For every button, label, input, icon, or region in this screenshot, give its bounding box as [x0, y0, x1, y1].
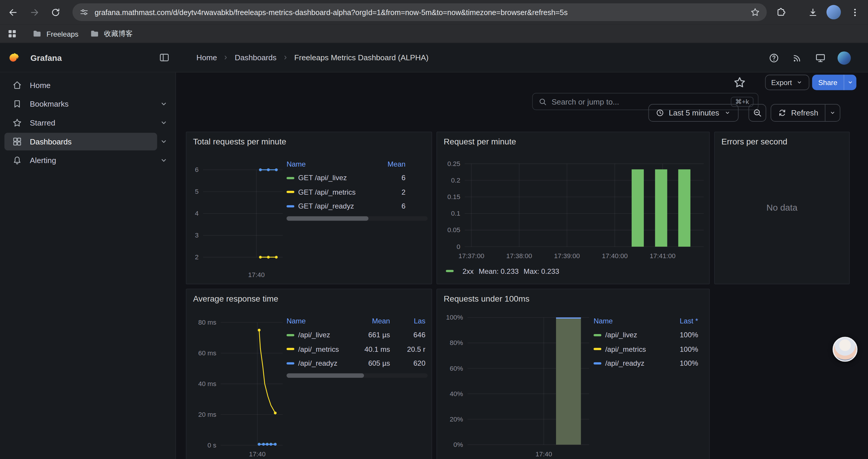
help-icon[interactable] — [767, 52, 780, 65]
panel-request-per-minute: Request per minute 0.250.20.150.10.05017… — [436, 132, 710, 285]
legend-scrollbar[interactable] — [286, 373, 428, 378]
legend-row[interactable]: /api/_livez661 µs646 — [286, 328, 428, 342]
bar-chart[interactable]: 100%80%60%40%20%0%17:40 — [437, 311, 592, 459]
panel-title[interactable]: Request per minute — [444, 137, 516, 146]
bookmark-folder-blogs[interactable]: 收藏博客 — [90, 27, 133, 40]
back-button[interactable] — [5, 4, 20, 20]
series-color-swatch — [446, 270, 454, 272]
sidebar-item-label: Home — [30, 80, 51, 90]
panel-title[interactable]: Requests under 100ms — [444, 294, 529, 303]
panel-errors-per-second: Errors per second No data — [714, 132, 850, 285]
svg-text:20 ms: 20 ms — [198, 411, 216, 418]
chevron-down-icon[interactable] — [844, 78, 856, 86]
chevron-down-icon[interactable] — [159, 155, 169, 165]
panel-average-response-time: Average response time 80 ms60 ms40 ms20 … — [186, 289, 432, 459]
search-icon — [538, 97, 547, 106]
legend-row[interactable]: 2xx Mean: 0.233 Max: 0.233 — [446, 266, 559, 276]
time-series-chart[interactable]: 6543217:40 — [186, 154, 286, 285]
forward-button[interactable] — [27, 4, 42, 20]
export-button[interactable]: Export — [765, 75, 809, 90]
svg-text:40%: 40% — [450, 390, 463, 398]
sidebar-item-starred[interactable]: Starred — [4, 113, 171, 132]
chevron-down-icon[interactable] — [159, 99, 169, 109]
breadcrumb: Home Dashboards Freeleaps Metrics Dashbo… — [196, 43, 429, 72]
series-name: GET /api/_metrics — [298, 188, 355, 196]
legend-scrollbar[interactable] — [286, 216, 428, 220]
browser-profile-avatar[interactable] — [827, 5, 841, 20]
bookmark-folder-freeleaps[interactable]: Freeleaps — [32, 27, 79, 40]
extensions-icon[interactable] — [773, 4, 788, 20]
panel-title[interactable]: Average response time — [193, 294, 278, 303]
search-placeholder: Search or jump to... — [552, 97, 619, 106]
sidebar-item-label: Dashboards — [30, 137, 71, 146]
zoom-out-icon[interactable] — [748, 104, 766, 122]
svg-text:17:41:00: 17:41:00 — [650, 252, 675, 260]
browser-menu-icon[interactable] — [847, 4, 862, 20]
legend-row[interactable]: /api/_metrics40.1 ms20.5 r — [286, 342, 428, 356]
legend-row[interactable]: /api/_readyz605 µs620 — [286, 356, 428, 370]
chevron-down-icon — [795, 78, 803, 86]
url-bar[interactable]: grafana.mathmast.com/d/deytv4rwavabkb/fr… — [72, 3, 767, 21]
apps-grid-icon[interactable] — [6, 28, 18, 39]
bar-chart[interactable]: 0.250.20.150.10.05017:37:0017:38:0017:39… — [437, 154, 710, 265]
chevron-down-icon[interactable] — [159, 137, 169, 147]
legend-row[interactable]: GET /api/_metrics2 — [286, 185, 428, 199]
sidebar: HomeBookmarksStarredDashboardsAlerting — [0, 72, 176, 459]
sidebar-toggle-icon[interactable] — [158, 52, 171, 65]
grafana-logo[interactable] — [8, 52, 20, 64]
reload-icon — [50, 7, 61, 18]
time-series-chart[interactable]: 80 ms60 ms40 ms20 ms0 s17:40 — [186, 311, 286, 459]
chevron-down-icon[interactable] — [159, 118, 169, 128]
legend-row[interactable]: /api/_metrics100% — [593, 342, 700, 356]
grid-icon — [12, 137, 22, 147]
series-color-swatch — [286, 362, 294, 364]
user-avatar[interactable] — [838, 52, 851, 65]
chevron-down-icon[interactable] — [826, 109, 840, 117]
sidebar-item-alerting[interactable]: Alerting — [4, 151, 171, 170]
svg-text:4: 4 — [195, 210, 199, 217]
news-icon[interactable] — [790, 52, 804, 65]
legend-row[interactable]: GET /api/_livez6 — [286, 171, 428, 185]
series-color-swatch — [593, 334, 601, 336]
refresh-label: Refresh — [791, 108, 818, 117]
bookmarks-bar: Freeleaps 收藏博客 — [0, 24, 868, 43]
panel-title[interactable]: Total requests per minute — [193, 137, 286, 146]
legend-row[interactable]: /api/_readyz100% — [593, 356, 700, 370]
svg-text:17:40: 17:40 — [535, 451, 552, 458]
svg-text:80%: 80% — [450, 339, 463, 347]
clock-icon — [656, 108, 664, 117]
sidebar-item-label: Starred — [30, 119, 55, 127]
screen-icon[interactable] — [814, 52, 827, 65]
refresh-button[interactable]: Refresh — [771, 104, 840, 122]
breadcrumb-home[interactable]: Home — [196, 53, 217, 62]
grafana-header: Grafana Home Dashboards Freeleaps Metric… — [0, 43, 868, 72]
legend-row[interactable]: GET /api/_readyz6 — [286, 199, 428, 213]
sidebar-item-home[interactable]: Home — [4, 76, 171, 95]
downloads-icon[interactable] — [805, 4, 820, 20]
legend-header: NameMeanLas — [286, 314, 428, 328]
svg-text:0%: 0% — [454, 441, 463, 448]
svg-text:3: 3 — [195, 232, 199, 239]
bookmark-star-icon[interactable] — [750, 7, 760, 17]
sidebar-item-label: Bookmarks — [30, 100, 68, 108]
favorite-star-icon[interactable] — [733, 76, 746, 89]
series-color-swatch — [286, 334, 294, 336]
assistant-avatar[interactable] — [833, 337, 857, 362]
series-color-swatch — [286, 205, 294, 207]
time-range-picker[interactable]: Last 5 minutes — [649, 104, 739, 122]
reload-button[interactable] — [48, 4, 63, 20]
browser-toolbar: grafana.mathmast.com/d/deytv4rwavabkb/fr… — [0, 0, 868, 24]
sidebar-item-dashboards[interactable]: Dashboards — [4, 132, 171, 151]
bookmark-label: 收藏博客 — [104, 29, 133, 39]
site-settings-icon[interactable] — [79, 7, 89, 17]
share-button[interactable]: Share — [812, 75, 856, 90]
svg-text:0: 0 — [457, 243, 460, 251]
breadcrumb-dashboards[interactable]: Dashboards — [235, 53, 277, 62]
series-color-swatch — [286, 177, 294, 179]
legend-row[interactable]: /api/_livez100% — [593, 328, 700, 342]
svg-text:0.05: 0.05 — [447, 226, 460, 234]
svg-text:17:38:00: 17:38:00 — [506, 252, 532, 260]
star-icon — [12, 118, 22, 128]
legend-table: NameMeanGET /api/_livez6GET /api/_metric… — [286, 157, 428, 220]
sidebar-item-bookmarks[interactable]: Bookmarks — [4, 95, 171, 113]
